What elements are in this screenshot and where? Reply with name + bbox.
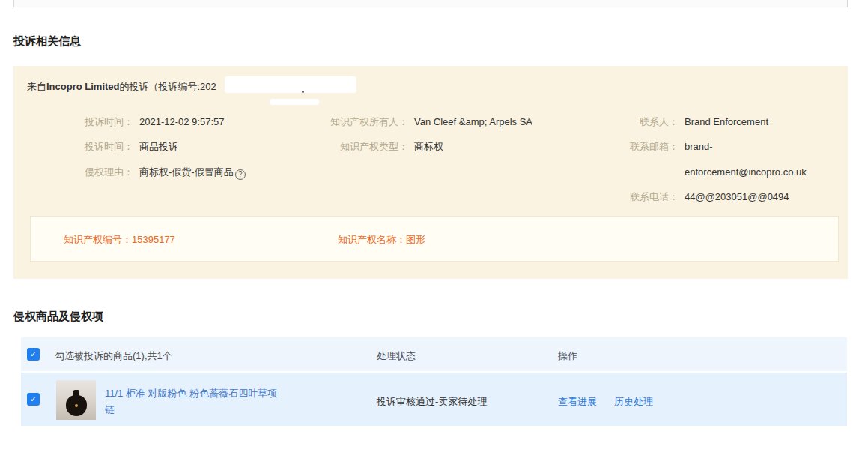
complaint-intro: 来自Incopro Limited的投诉（投诉编号:202 — [27, 80, 216, 94]
view-progress-link[interactable]: 查看进展 — [558, 395, 597, 409]
goods-table-header: ✓ 勾选被投诉的商品(1),共1个 处理状态 操作 — [21, 337, 847, 371]
field-value: 商品投诉 — [139, 140, 178, 154]
field-label: 联系电话： — [622, 190, 679, 204]
field-label — [622, 166, 679, 179]
redaction-dot — [302, 91, 304, 93]
field-label: 联系邮箱： — [622, 140, 679, 154]
complainant-name: Incopro Limited — [46, 81, 120, 92]
field-contact-email: 联系邮箱： brand- — [622, 140, 713, 154]
intro-prefix: 来自 — [27, 81, 46, 92]
product-checkbox[interactable]: ✓ — [27, 393, 40, 406]
status-column-header: 处理状态 — [377, 349, 416, 363]
field-ipr-owner: 知识产权所有人： Van Cleef &amp; Arpels SA — [322, 115, 532, 129]
field-value: Brand Enforcement — [685, 115, 768, 129]
product-status: 投诉审核通过-卖家待处理 — [377, 395, 487, 409]
ipr-name: 知识产权名称：图形 — [338, 233, 425, 247]
field-label: 投诉时间： — [27, 140, 133, 154]
pendant-dot — [75, 404, 78, 407]
select-all-checkbox[interactable]: ✓ — [27, 348, 40, 361]
field-value: 商标权-假货-假冒商品? — [139, 166, 246, 180]
field-value: 44@@203051@@0494 — [685, 190, 789, 204]
complaint-info-panel: 来自Incopro Limited的投诉（投诉编号:202 投诉时间： 2021… — [13, 66, 848, 279]
ipr-number: 知识产权编号：15395177 — [64, 233, 175, 247]
field-contact-phone: 联系电话： 44@@203051@@0494 — [622, 190, 789, 204]
product-image[interactable] — [56, 380, 96, 420]
goods-section-title: 侵权商品及侵权项 — [13, 310, 103, 324]
select-all-label: 勾选被投诉的商品(1),共1个 — [55, 349, 172, 363]
field-contact-email-wrap: enforcement@incopro.co.uk — [622, 166, 807, 179]
ipr-number-value: 15395177 — [132, 234, 175, 245]
history-handling-link[interactable]: 历史处理 — [614, 395, 653, 409]
complaint-section-title: 投诉相关信息 — [13, 34, 81, 49]
field-value: enforcement@incopro.co.uk — [685, 166, 807, 179]
field-label: 联系人： — [622, 115, 679, 129]
product-row: ✓ 11/1 柜准 对版粉色 粉色蔷薇石四叶草项链 投诉审核通过-卖家待处理 查… — [21, 373, 847, 426]
field-value: 商标权 — [414, 140, 443, 154]
help-icon[interactable]: ? — [235, 169, 246, 180]
ipr-name-label: 知识产权名称： — [338, 234, 406, 245]
field-label: 侵权理由： — [27, 166, 133, 180]
page: 投诉相关信息 来自Incopro Limited的投诉（投诉编号:202 投诉时… — [0, 0, 868, 455]
ipr-detail-box: 知识产权编号：15395177 知识产权名称：图形 — [30, 216, 839, 262]
redaction-patch — [225, 76, 356, 93]
field-label: 知识产权所有人： — [322, 115, 408, 129]
field-infringement-reason: 侵权理由： 商标权-假货-假冒商品? — [27, 166, 246, 180]
field-ipr-type: 知识产权类型： 商标权 — [322, 140, 443, 154]
field-value: brand- — [685, 140, 713, 154]
intro-suffix: 的投诉（投诉编号:202 — [120, 81, 216, 92]
field-label: 知识产权类型： — [322, 140, 408, 154]
redaction-patch — [270, 99, 319, 105]
field-complaint-time: 投诉时间： 2021-12-02 9:57:57 — [27, 115, 224, 129]
field-value: 2021-12-02 9:57:57 — [139, 115, 224, 129]
field-contact-person: 联系人： Brand Enforcement — [622, 115, 768, 129]
ipr-number-label: 知识产权编号： — [64, 234, 132, 245]
truncated-panel-above — [13, 0, 848, 7]
field-label: 投诉时间： — [27, 115, 133, 129]
field-complaint-type: 投诉时间： 商品投诉 — [27, 140, 178, 154]
ipr-name-value: 图形 — [406, 234, 425, 245]
field-value: Van Cleef &amp; Arpels SA — [414, 115, 532, 129]
action-column-header: 操作 — [558, 349, 577, 363]
product-title-link[interactable]: 11/1 柜准 对版粉色 粉色蔷薇石四叶草项链 — [105, 385, 285, 418]
